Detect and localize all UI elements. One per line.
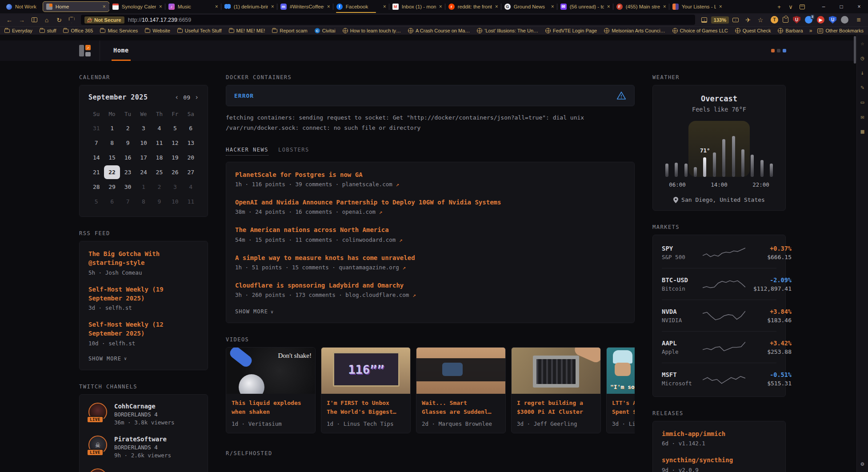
bookmark-star-icon[interactable]: ☆	[859, 39, 867, 47]
channel-name[interactable]: PirateSoftware	[114, 436, 171, 443]
video-card[interactable]: 116””I'm FIRST to UnboxThe World's Bigge…	[321, 347, 411, 433]
window-maximize-button[interactable]: □	[832, 0, 850, 13]
video-title[interactable]: LTT's AccSpent $12	[612, 399, 635, 416]
video-card[interactable]: "I'm sorry…"LTT's AccSpent $123d · Linus	[606, 347, 635, 433]
news-tab-lobsters[interactable]: LOBSTERS	[278, 147, 309, 156]
home-button[interactable]: ⌂	[41, 15, 52, 25]
forward-button[interactable]: →	[16, 15, 28, 25]
twitch-channel-item[interactable]	[88, 468, 199, 472]
twitch-channel-item[interactable]: ☠LIVEPirateSoftwareBORDERLANDS 49h · 2.6…	[88, 436, 199, 459]
site-security-chip[interactable]: Not Secure	[84, 16, 124, 24]
feed-item-title[interactable]: Self-Host Weekly (12 September 2025)	[88, 320, 199, 338]
feed-item-title[interactable]: syncthing/syncthing	[662, 456, 776, 464]
bookmark-item[interactable]: A Crash Course on Ma…	[408, 28, 470, 33]
bookmark-item[interactable]: Report scam	[272, 28, 307, 33]
window-minimize-button[interactable]: –	[815, 0, 832, 13]
tracking-protection-button[interactable]	[66, 15, 77, 25]
video-card[interactable]: Don't shake!This liquid explodeswhen sha…	[226, 347, 316, 433]
theme-dots[interactable]	[771, 49, 786, 52]
ublock-shield-icon[interactable]: U	[793, 16, 800, 24]
refresh-button[interactable]: ↻	[53, 15, 65, 25]
browser-tab[interactable]: ♪Music×	[165, 1, 221, 12]
video-title[interactable]: Wait... SmartGlasses are Suddenl…	[422, 399, 500, 416]
bitwarden-shield-icon[interactable]: U	[829, 16, 836, 24]
tab-close-icon[interactable]: ×	[383, 4, 386, 10]
browser-tab[interactable]: Your Listens - ListenBra…×	[669, 1, 725, 12]
tab-close-icon[interactable]: ×	[551, 4, 554, 10]
monkey-script-icon[interactable]: T	[771, 16, 778, 24]
market-row[interactable]: MSFTMicrosoft-0.51%$515.31	[662, 363, 776, 395]
twitch-channel-item[interactable]: LIVECohhCarnageBORDERLANDS 436m · 3.8k v…	[88, 403, 199, 426]
market-row[interactable]: BTC-USDBitcoin-2.09%$112,897.41	[662, 268, 776, 300]
theme-dot-0[interactable]	[771, 49, 775, 52]
feed-item-title[interactable]: Cloudflare is sponsoring Ladybird and Om…	[235, 281, 625, 290]
browser-tab[interactable]: ✉(56 unread) - tone1971…×	[557, 1, 613, 12]
bookmark-item[interactable]: FedVTE Login Page	[545, 28, 597, 33]
news-tab-hacker-news[interactable]: HACKER NEWS	[226, 147, 268, 156]
extensions-icon[interactable]: ▦	[859, 127, 867, 135]
tab-close-icon[interactable]: ×	[719, 4, 722, 10]
bookmark-item[interactable]: Useful Tech Stuff	[177, 28, 222, 33]
feed-item-title[interactable]: The Big Gotcha With @starting-style	[88, 249, 199, 268]
tab-close-icon[interactable]: ×	[271, 4, 274, 10]
browser-tab[interactable]: (1) delirium-brink-icon×	[221, 1, 277, 12]
back-button[interactable]: ←	[4, 15, 15, 25]
tab-close-icon[interactable]: ×	[607, 4, 610, 10]
theme-dot-2[interactable]	[783, 49, 786, 52]
settings-gear-icon[interactable]: ⚙	[859, 460, 867, 468]
send-tab-button[interactable]: ✈	[742, 15, 754, 25]
bookmark-item[interactable]: Website	[145, 28, 170, 33]
bookmark-item[interactable]: Everyday	[4, 28, 32, 33]
bookmark-item[interactable]: Melsonian Arts Counci…	[604, 28, 665, 33]
video-card[interactable]: I regret building a$3000 Pi AI Cluster3d…	[511, 347, 601, 433]
otter-icon[interactable]	[841, 16, 848, 24]
app-menu-button[interactable]: ≡	[853, 15, 864, 25]
bookmark-item[interactable]: Barbara Marker	[778, 28, 804, 33]
theme-dot-1[interactable]	[777, 49, 780, 52]
tab-close-icon[interactable]: ×	[495, 4, 498, 10]
feed-item-title[interactable]: PlanetScale for Postgres is now GA	[235, 170, 625, 179]
tab-close-icon[interactable]: ×	[215, 4, 218, 10]
browser-tab[interactable]: MInbox (1) - monotone…×	[389, 1, 445, 12]
calendar-next-button[interactable]: ›	[195, 93, 199, 101]
mail-icon[interactable]: ✉	[859, 112, 867, 120]
browser-tab[interactable]: Home×	[43, 1, 109, 12]
bookmark-item[interactable]: CCivitai	[315, 28, 336, 33]
browser-tab[interactable]: rreddit: the front page o…×	[445, 1, 501, 12]
url-bar[interactable]: Not Secure http://10.147.17.239:6659	[81, 15, 695, 25]
bookmark-item[interactable]: Choice of Games LLC	[672, 28, 728, 33]
bookmark-item[interactable]: Office 365	[63, 28, 93, 33]
feed-item-title[interactable]: Self-Host Weekly (19 September 2025)	[88, 285, 199, 303]
feed-item-title[interactable]: immich-app/immich	[662, 429, 776, 438]
sidebar-toggle-button[interactable]	[28, 15, 40, 25]
window-close-button[interactable]: ×	[850, 0, 868, 13]
browser-tab[interactable]: GGround News×	[501, 1, 557, 12]
devices-screen-icon[interactable]: ▭	[859, 98, 867, 106]
channel-name[interactable]: CohhCarnage	[114, 403, 174, 410]
zoom-level-chip[interactable]: 133%	[711, 16, 729, 24]
cast-button[interactable]: ↓	[730, 15, 741, 25]
browser-tab[interactable]: m#WritersCoffeeClub - m×	[277, 1, 333, 12]
bird-icon[interactable]: 3	[805, 16, 812, 24]
downloads-icon[interactable]: ↓	[859, 68, 867, 76]
bookmark-item[interactable]: How to learn touch ty…	[343, 28, 401, 33]
video-title[interactable]: I regret building a$3000 Pi AI Cluster	[517, 399, 595, 416]
downloads-button[interactable]: ↓	[699, 15, 710, 25]
feed-item-title[interactable]: A simple way to measure knots has come u…	[235, 253, 625, 262]
tab-close-icon[interactable]: ×	[103, 4, 106, 10]
market-row[interactable]: AAPLApple+3.42%$253.88	[662, 332, 776, 363]
bookmark-item[interactable]: 'Lost' Illusions: The Un…	[477, 28, 538, 33]
rss-show-more-button[interactable]: SHOW MORE∨	[88, 356, 199, 362]
firefox-view-button[interactable]	[797, 2, 808, 12]
bookmark-item[interactable]: stuff	[40, 28, 56, 33]
video-card[interactable]: Wait... SmartGlasses are Suddenl…2d · Ma…	[416, 347, 506, 433]
video-title[interactable]: I'm FIRST to UnboxThe World's Biggest…	[327, 399, 405, 416]
bookmark-item[interactable]: Quest Check	[735, 28, 771, 33]
bookmark-star-button[interactable]: ☆	[755, 15, 766, 25]
market-row[interactable]: SPYS&P 500+0.37%$666.15	[662, 237, 776, 268]
browser-tab[interactable]: F(455) Main stream - Fre…×	[613, 1, 669, 12]
dashboard-tab-home[interactable]: Home	[112, 40, 131, 61]
calendar-prev-button[interactable]: ‹	[175, 93, 179, 101]
news-show-more-button[interactable]: SHOW MORE∨	[235, 308, 625, 315]
feed-item-title[interactable]: The American nations across North Americ…	[235, 225, 625, 234]
